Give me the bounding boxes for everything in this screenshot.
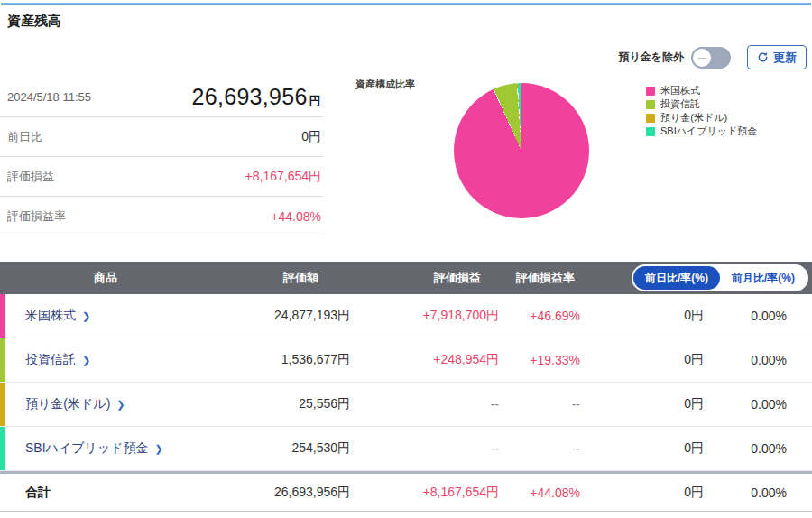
legend-marker [646, 87, 655, 96]
legend-marker [646, 114, 655, 123]
product-link-usd-deposit[interactable]: 預り金(米ドル)❯ [25, 396, 125, 412]
chevron-right-icon: ❯ [82, 355, 90, 366]
legend-item: 預り金(米ドル) [646, 111, 757, 125]
cell-value: 1,536,677円 [211, 352, 350, 368]
period-toggle: 前日比/率(%) 前月比/率(%) [580, 264, 812, 291]
currency-suffix: 円 [309, 94, 321, 107]
col-header-gain: 評価損益 [350, 270, 499, 286]
cell-gain: -- [350, 441, 499, 456]
chevron-right-icon: ❯ [82, 310, 90, 322]
cell-value: 24,877,193円 [211, 308, 350, 324]
total-label: 合計 [5, 485, 211, 501]
exclude-deposit-label: 預り金を除外 [618, 50, 684, 65]
total-asset-value: 26,693,956円 [192, 84, 321, 110]
cell-total-gain-rate: +44.08% [499, 486, 580, 500]
chevron-right-icon: ❯ [155, 443, 163, 455]
product-link-sbi-hybrid-deposit[interactable]: SBIハイブリッド預金❯ [25, 440, 163, 457]
cell-total-day-change-rate: 0.00% [704, 486, 787, 500]
pie-legend: 米国株式 投資信託 預り金(米ドル) SBIハイブリッド預金 [646, 84, 757, 138]
table-total-row: 合計 26,693,956円 +8,167,654円 +44.08% 0円 0.… [0, 471, 812, 512]
refresh-icon [757, 51, 769, 63]
exclude-deposit-toggle-group: 預り金を除外 — [618, 47, 731, 69]
legend-item: 投資信託 [646, 97, 757, 111]
day-change-value: 0円 [301, 129, 321, 145]
chevron-right-icon: ❯ [116, 399, 125, 411]
cell-day-change: 0円 [580, 396, 704, 412]
gain-value: +8,167,654円 [245, 169, 321, 185]
summary-row-gain-rate: 評価損益率 +44.08% [0, 197, 323, 236]
cell-total-day-change: 0円 [580, 485, 704, 501]
table-row: SBIハイブリッド預金❯ 254,530円 -- -- 0円 0.00% [0, 427, 812, 471]
table-row: 預り金(米ドル)❯ 25,556円 -- -- 0円 0.00% [0, 383, 812, 427]
gain-rate-value: +44.08% [271, 209, 321, 224]
legend-item: 米国株式 [646, 84, 757, 97]
table-row: 米国株式❯ 24,877,193円 +7,918,700円 +46.69% 0円… [0, 294, 812, 338]
summary-panel: 2024/5/18 11:55 26,693,956円 前日比 0円 評価損益 … [0, 78, 323, 236]
summary-main-row: 2024/5/18 11:55 26,693,956円 [0, 78, 323, 117]
pie-chart-title: 資産構成比率 [355, 78, 415, 91]
cell-day-change: 0円 [580, 352, 704, 368]
holdings-table: 商品 評価額 評価損益 評価損益率 前日比/率(%) 前月比/率(%) 米国株式… [0, 262, 812, 512]
col-header-value: 評価額 [211, 270, 350, 286]
exclude-deposit-toggle[interactable]: — [691, 47, 731, 69]
cell-gain-rate: -- [499, 397, 580, 412]
cell-day-change-rate: 0.00% [704, 397, 787, 412]
period-toggle-pill: 前日比/率(%) 前月比/率(%) [632, 264, 808, 291]
cell-total-value: 26,693,956円 [211, 485, 350, 501]
cell-gain: +7,918,700円 [350, 308, 499, 324]
period-day-button[interactable]: 前日比/率(%) [633, 266, 720, 290]
asset-pie-chart [454, 83, 589, 218]
table-row: 投資信託❯ 1,536,677円 +248,954円 +19.33% 0円 0.… [0, 338, 812, 383]
product-link-us-stocks[interactable]: 米国株式❯ [25, 308, 90, 324]
table-header: 商品 評価額 評価損益 評価損益率 前日比/率(%) 前月比/率(%) [0, 262, 812, 294]
top-accent-bar [1, 3, 811, 5]
legend-marker [646, 127, 655, 136]
cell-gain-rate: +46.69% [499, 309, 580, 323]
cell-gain-rate: -- [499, 441, 580, 456]
cell-total-gain: +8,167,654円 [350, 485, 499, 501]
summary-row-day-change: 前日比 0円 [0, 117, 323, 157]
cell-day-change-rate: 0.00% [704, 441, 787, 456]
refresh-button-label: 更新 [773, 50, 797, 66]
legend-marker [646, 100, 655, 109]
page-title: 資産残高 [7, 13, 61, 30]
cell-day-change: 0円 [580, 308, 704, 324]
period-month-button[interactable]: 前月比/率(%) [720, 266, 807, 290]
cell-value: 254,530円 [211, 440, 350, 457]
col-header-product: 商品 [0, 270, 211, 286]
header-controls: 預り金を除外 — 更新 [618, 45, 807, 69]
refresh-button[interactable]: 更新 [747, 45, 807, 69]
asset-balance-page: 資産残高 預り金を除外 — 更新 2024/5/18 11:55 26,693,… [0, 0, 812, 518]
toggle-minus-icon: — [698, 53, 706, 62]
cell-day-change-rate: 0.00% [704, 309, 787, 323]
cell-gain: +248,954円 [350, 352, 499, 368]
cell-gain: -- [350, 397, 499, 412]
col-header-gain-rate: 評価損益率 [499, 270, 580, 286]
cell-day-change: 0円 [580, 440, 704, 457]
legend-item: SBIハイブリッド預金 [646, 125, 757, 138]
cell-day-change-rate: 0.00% [704, 353, 787, 367]
as-of-timestamp: 2024/5/18 11:55 [7, 90, 91, 104]
toggle-knob-icon: — [693, 49, 711, 67]
cell-value: 25,556円 [211, 396, 350, 412]
product-link-mutual-funds[interactable]: 投資信託❯ [25, 352, 90, 368]
summary-row-gain: 評価損益 +8,167,654円 [0, 157, 323, 197]
cell-gain-rate: +19.33% [499, 353, 580, 367]
